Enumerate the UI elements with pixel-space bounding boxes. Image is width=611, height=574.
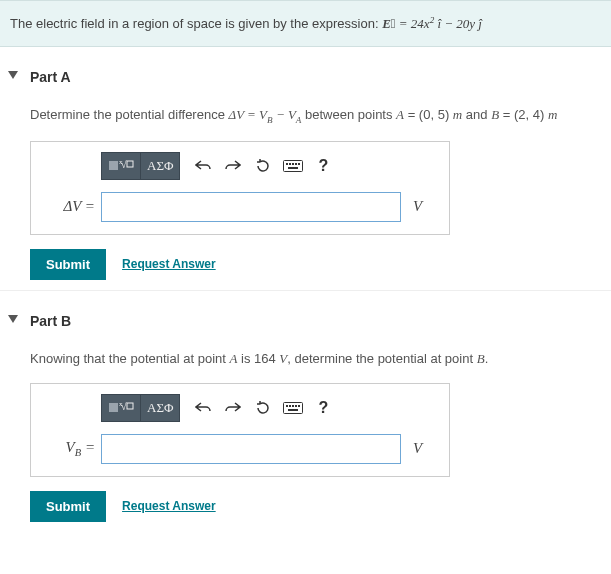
svg-rect-0: [109, 161, 118, 170]
svg-rect-19: [295, 405, 297, 407]
part-b-prompt: Knowing that the potential at point A is…: [30, 351, 601, 367]
part-b-actions: Submit Request Answer: [30, 491, 601, 522]
svg-rect-10: [288, 167, 298, 169]
svg-rect-4: [284, 160, 303, 171]
part-a-actions: Submit Request Answer: [30, 249, 601, 280]
part-a-prompt: Determine the potential difference ΔV = …: [30, 107, 601, 125]
svg-rect-16: [286, 405, 288, 407]
caret-down-icon: [8, 315, 18, 323]
part-a-header[interactable]: Part A: [30, 69, 601, 85]
help-label: ?: [319, 157, 329, 175]
part-b-answer-box: x √ ΑΣΦ ?: [30, 383, 450, 477]
help-button[interactable]: ?: [308, 152, 338, 180]
svg-text:√: √: [121, 401, 127, 412]
problem-lead: The electric field in a region of space …: [10, 16, 382, 31]
svg-rect-11: [109, 403, 118, 412]
part-b-answer-input[interactable]: [101, 434, 401, 464]
part-a-request-answer-link[interactable]: Request Answer: [122, 257, 216, 271]
part-b-answer-unit: V: [401, 440, 422, 457]
part-a-answer-row: ΔV = V: [41, 192, 439, 222]
svg-rect-9: [298, 163, 300, 165]
part-b-answer-row: VB = V: [41, 434, 439, 464]
svg-rect-14: [127, 403, 133, 409]
caret-down-icon: [8, 71, 18, 79]
help-button[interactable]: ?: [308, 394, 338, 422]
keyboard-button[interactable]: [278, 394, 308, 422]
undo-button[interactable]: [188, 394, 218, 422]
part-a-answer-input[interactable]: [101, 192, 401, 222]
help-label: ?: [319, 399, 329, 417]
part-a-title: Part A: [30, 69, 71, 85]
svg-rect-21: [288, 409, 298, 411]
problem-statement: The electric field in a region of space …: [0, 0, 611, 47]
part-b-title: Part B: [30, 313, 71, 329]
template-picker-button[interactable]: x √: [101, 394, 140, 422]
part-a: Part A Determine the potential differenc…: [0, 47, 611, 290]
svg-rect-6: [289, 163, 291, 165]
svg-rect-5: [286, 163, 288, 165]
part-b-submit-button[interactable]: Submit: [30, 491, 106, 522]
reset-button[interactable]: [248, 394, 278, 422]
keyboard-button[interactable]: [278, 152, 308, 180]
redo-button[interactable]: [218, 394, 248, 422]
greek-label: ΑΣΦ: [147, 158, 173, 174]
part-b-toolbar: x √ ΑΣΦ ?: [101, 394, 439, 422]
reset-button[interactable]: [248, 152, 278, 180]
svg-rect-15: [284, 402, 303, 413]
greek-label: ΑΣΦ: [147, 400, 173, 416]
part-b-answer-label: VB =: [41, 439, 101, 458]
svg-rect-7: [292, 163, 294, 165]
redo-button[interactable]: [218, 152, 248, 180]
svg-rect-8: [295, 163, 297, 165]
part-a-answer-unit: V: [401, 198, 422, 215]
part-a-submit-button[interactable]: Submit: [30, 249, 106, 280]
greek-letters-button[interactable]: ΑΣΦ: [140, 394, 180, 422]
problem-expression: E⃗ = 24x2 î − 20y ĵ: [382, 16, 482, 31]
template-picker-button[interactable]: x √: [101, 152, 140, 180]
part-b: Part B Knowing that the potential at poi…: [0, 291, 611, 532]
part-a-toolbar: x √ ΑΣΦ ?: [101, 152, 439, 180]
svg-rect-20: [298, 405, 300, 407]
part-b-request-answer-link[interactable]: Request Answer: [122, 499, 216, 513]
svg-rect-18: [292, 405, 294, 407]
part-a-answer-box: x √ ΑΣΦ ?: [30, 141, 450, 235]
part-a-answer-label: ΔV =: [41, 198, 101, 215]
svg-rect-17: [289, 405, 291, 407]
undo-button[interactable]: [188, 152, 218, 180]
part-b-header[interactable]: Part B: [30, 313, 601, 329]
svg-rect-3: [127, 161, 133, 167]
greek-letters-button[interactable]: ΑΣΦ: [140, 152, 180, 180]
svg-text:√: √: [121, 159, 127, 170]
